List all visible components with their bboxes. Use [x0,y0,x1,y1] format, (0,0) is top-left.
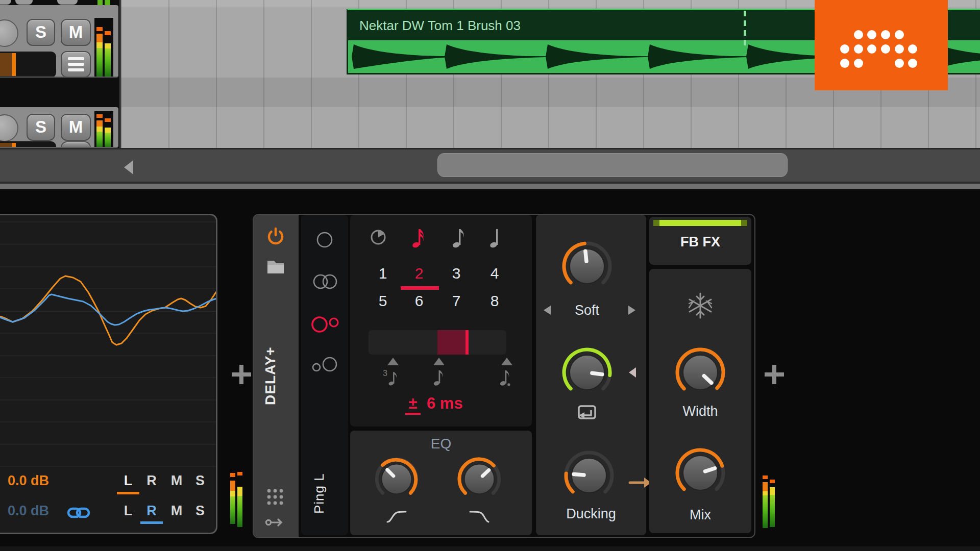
eighth-note-icon[interactable] [452,226,466,249]
add-device-button-right[interactable] [765,363,784,386]
svg-text:3: 3 [383,369,387,378]
clip-name: Nektar DW Tom 1 Brush 03 [359,18,521,34]
device-name[interactable]: DELAY+ [262,335,289,417]
volume-fader[interactable] [0,141,56,148]
ch1-left-button[interactable]: L [117,473,139,490]
delay-time-panel: 1 2 3 4 5 6 7 8 3 [350,215,532,427]
bitwig-window: Nektar DW Tom 1 Brush 03 [0,0,980,551]
marker-dotted[interactable] [501,358,512,365]
track-menu-button[interactable] [61,51,91,78]
mute-button[interactable]: M [61,114,91,141]
track-header-1[interactable]: S M [0,5,118,78]
freeze-icon[interactable] [687,292,714,319]
slider-fill [437,330,467,355]
fbfx-indicator-bar [653,220,747,226]
marker-triplet[interactable] [387,358,399,365]
mix-knob[interactable] [671,443,730,503]
track-header-2[interactable]: S M [0,107,118,148]
clock-icon[interactable] [368,227,388,247]
saturation-next-icon[interactable] [628,306,635,315]
division-1[interactable]: 1 [372,265,394,284]
offset-sign[interactable]: ± [405,394,421,415]
delay-scope-panel: 0.0 dB L R M S 0.0 dB L R M S [0,214,217,534]
track-menu-button[interactable] [61,141,91,148]
record-arm-button[interactable] [0,19,18,47]
ducking-knob[interactable] [559,446,619,505]
division-3[interactable]: 3 [446,265,467,284]
mode-small-large-icon[interactable] [309,354,340,377]
division-7[interactable]: 7 [446,292,467,312]
ch2-right-button[interactable]: R [141,503,162,520]
record-arm-button[interactable] [0,114,18,142]
device-meter-right [762,472,775,529]
feedback-knob[interactable] [557,237,617,296]
modulation-indicator [629,367,636,378]
sixteenth-note-icon[interactable] [411,226,426,249]
marker-straight[interactable] [433,358,445,365]
offset-value[interactable]: 6 ms [427,394,488,413]
solo-button[interactable]: S [27,114,55,141]
fbfx-header-button[interactable]: FB FX [649,217,751,265]
width-knob[interactable] [671,343,730,402]
ch2-side-button[interactable]: S [189,503,211,520]
fbfx-label: FB FX [649,234,751,250]
eq-panel: EQ [350,431,532,535]
gain-value-ch1[interactable]: 0.0 dB [8,473,49,489]
ch1-side-button[interactable]: S [189,473,211,490]
power-icon[interactable] [264,224,287,247]
add-device-button-left[interactable] [232,363,251,386]
bitwig-logo [815,0,948,90]
delay-mode-name[interactable]: Ping L [311,458,338,529]
ch1-mid-button[interactable]: M [166,473,187,490]
folder-icon[interactable] [265,258,286,275]
level-meter [94,111,113,148]
eq-highpass-knob[interactable] [371,454,422,505]
delay-mode-column: Ping L [301,215,348,535]
gain-value-ch2[interactable]: 0.0 dB [8,503,49,519]
lowpass-curve-icon [469,508,489,523]
fbfx-body: Width Mix [649,269,751,533]
feedback-return-icon[interactable] [576,404,598,422]
level-meter [94,18,113,78]
ch2-left-button[interactable]: L [117,503,139,520]
eq-lowpass-knob[interactable] [454,454,505,505]
mode-overlap-icon[interactable] [309,270,340,293]
clip-loop-marker[interactable] [744,11,746,47]
scroll-left-icon[interactable] [124,160,133,174]
modulated-knob[interactable] [557,343,617,402]
division-6[interactable]: 6 [408,292,430,312]
division-8[interactable]: 8 [484,292,505,312]
bitwig-logo-dots [815,0,948,90]
division-4[interactable]: 4 [484,265,505,284]
mute-button[interactable]: M [61,19,91,46]
ducking-label: Ducking [540,506,642,522]
mode-ping-pong-icon-selected[interactable] [309,312,340,335]
delayplus-device: DELAY+ [253,214,755,538]
panel-divider-handle[interactable] [0,184,980,189]
ch2-mid-button[interactable]: M [166,503,187,520]
eq-title: EQ [350,436,532,452]
width-label: Width [649,404,751,419]
solo-button[interactable]: S [27,19,55,46]
ch1-right-button[interactable]: R [141,473,162,490]
division-2-selected[interactable]: 2 [408,265,430,284]
slider-handle[interactable] [465,330,469,355]
triplet-note-icon: 3 [383,368,403,388]
scrollbar-thumb[interactable] [437,153,788,177]
ch1-selected-underline [117,492,139,494]
partial-track-strip [0,0,118,5]
volume-fader[interactable] [0,52,56,78]
time-offset-slider[interactable] [369,330,506,355]
saturation-prev-icon[interactable] [544,306,551,315]
remote-controls-icon[interactable] [266,488,284,506]
device-header-column: DELAY+ [254,215,299,537]
saturation-type[interactable]: Soft [560,303,614,318]
division-5[interactable]: 5 [372,292,394,312]
device-meter-left [230,472,243,529]
mode-single-icon[interactable] [309,229,340,251]
division-underline [401,286,439,290]
highpass-curve-icon [386,508,407,523]
link-icon[interactable] [67,506,90,520]
mapping-icon[interactable] [265,517,285,528]
quarter-note-icon[interactable] [489,226,503,249]
